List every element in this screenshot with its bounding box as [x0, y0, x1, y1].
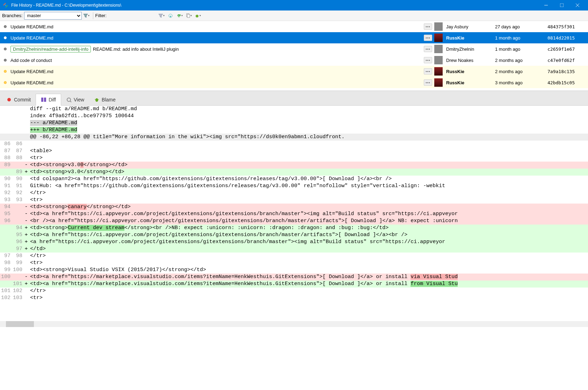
author: DmitryZhelnin — [446, 47, 495, 52]
more-button[interactable]: ••• — [424, 68, 432, 75]
author: Jay Asbury — [446, 24, 495, 29]
more-button[interactable]: ••• — [424, 23, 432, 30]
filter-funnel-icon[interactable]: ▾ — [83, 12, 90, 19]
diff-line: @@ -86,22 +86,28 @@ title="More informat… — [0, 134, 588, 141]
avatar — [434, 22, 443, 31]
diff-line: 89+ <td><strong>v3.0</strong></td> — [0, 169, 588, 176]
commit-date: 1 month ago — [495, 35, 547, 41]
avatar — [434, 78, 443, 87]
diff-line: 9292 </tr> — [0, 190, 588, 197]
commit-hash: c2659f1e67 — [547, 47, 586, 52]
diff-line: 101102 </tr> — [0, 288, 588, 295]
diff-line: 94+ <td><strong>Current dev stream</stro… — [0, 225, 588, 232]
diff-icon — [41, 97, 46, 102]
diff-line: 8686 — [0, 141, 588, 148]
copy-icon[interactable]: ▾ — [185, 12, 192, 19]
filter-label: Filter: — [95, 13, 107, 18]
diff-line: diff --git a/README.md b/README.md — [0, 106, 588, 113]
diff-viewer[interactable]: diff --git a/README.md b/README.md index… — [0, 106, 588, 321]
filter-input[interactable] — [108, 13, 157, 18]
diff-line: 89- <td><strong>v3.00</strong></td> — [0, 162, 588, 169]
commit-message: DmitryZhelnin/readme-add-intellij-infoRE… — [8, 46, 424, 52]
svg-rect-16 — [44, 98, 46, 102]
svg-point-6 — [170, 16, 171, 17]
commit-date: 27 days ago — [495, 24, 547, 29]
commit-row[interactable]: DmitryZhelnin/readme-add-intellij-infoRE… — [0, 43, 588, 55]
svg-point-0 — [5, 5, 6, 6]
view-icon — [66, 97, 72, 102]
commit-row[interactable]: Update README.md ••• RussKie 1 month ago… — [0, 32, 588, 43]
commit-message: Update README.md — [8, 24, 424, 29]
diff-line: 94- <td><strong>canary</strong></td> — [0, 204, 588, 211]
diff-line: 102103 <tr> — [0, 295, 588, 302]
tab-bar: CommitDiffViewBlame — [0, 91, 588, 106]
diff-line: index 4f9a62fd1..bce977975 100644 — [0, 113, 588, 120]
tab-blame[interactable]: Blame — [89, 94, 121, 105]
blame-icon — [94, 97, 100, 102]
diff-line: 9191 GitHub: <a href="https://github.com… — [0, 183, 588, 190]
maximize-button[interactable] — [554, 0, 569, 10]
commit-message: Add code of conduct — [8, 58, 424, 63]
commit-hash: 7a9a18c135 — [547, 69, 586, 74]
more-button[interactable]: ••• — [424, 57, 432, 63]
avatar — [434, 45, 443, 53]
commit-row[interactable]: Update README.md ••• RussKie 2 months ag… — [0, 66, 588, 77]
commit-row[interactable]: Update README.md ••• RussKie 3 months ag… — [0, 77, 588, 88]
commit-date: 3 months ago — [495, 80, 547, 85]
close-button[interactable] — [569, 0, 585, 10]
horizontal-scrollbar[interactable] — [0, 321, 588, 327]
diff-line: 96- <br /><a href="https://ci.appveyor.c… — [0, 218, 588, 225]
commit-history[interactable]: Update README.md ••• Jay Asbury 27 days … — [0, 21, 588, 91]
author: RussKie — [446, 80, 495, 85]
diff-line: 97+ </td> — [0, 246, 588, 253]
commit-icon — [6, 97, 12, 102]
commit-hash: 484375f301 — [547, 24, 586, 29]
window-title: File History - README.md - C:\Developmen… — [11, 3, 538, 8]
more-button[interactable]: ••• — [424, 79, 432, 86]
commit-message: Update README.md — [8, 69, 424, 74]
diff-line: 9899 <tr> — [0, 260, 588, 267]
diff-line: 101+ <td><a href="https://marketplace.vi… — [0, 281, 588, 288]
tab-commit[interactable]: Commit — [1, 94, 36, 105]
filter-apply-icon[interactable]: ▾ — [158, 12, 165, 19]
diff-line: +++ b/README.md — [0, 127, 588, 134]
app-icon — [3, 2, 8, 8]
titlebar: File History - README.md - C:\Developmen… — [0, 0, 588, 10]
author: RussKie — [446, 35, 495, 41]
author: Drew Noakes — [446, 58, 495, 63]
commit-date: 2 months ago — [495, 69, 547, 74]
graph-node — [3, 43, 8, 55]
tab-diff[interactable]: Diff — [36, 94, 61, 106]
commit-row[interactable]: Add code of conduct ••• Drew Noakes 2 mo… — [0, 55, 588, 66]
svg-point-17 — [67, 98, 71, 101]
svg-rect-8 — [187, 14, 190, 17]
branch-select[interactable]: master — [24, 12, 82, 20]
refresh-icon[interactable]: ▾ — [176, 12, 183, 19]
commit-hash: 0814d22015 — [547, 35, 586, 41]
diff-line: 9393 <tr> — [0, 197, 588, 204]
diff-line: 9090 <td colspan=2><a href="https://gith… — [0, 176, 588, 183]
diff-line: 95+ <td><a href="https://ci.appveyor.com… — [0, 232, 588, 239]
svg-point-14 — [7, 98, 11, 101]
diff-line: 8888 <tr> — [0, 155, 588, 162]
svg-point-9 — [196, 15, 198, 17]
avatar — [434, 56, 443, 64]
globe-icon[interactable] — [167, 12, 174, 19]
more-button[interactable]: ••• — [424, 35, 432, 41]
commit-date: 2 months ago — [495, 58, 547, 63]
diff-line: 99100 <td><strong>Visual Studio VSIX (20… — [0, 267, 588, 274]
diff-line: 95- <td><a href="https://ci.appveyor.com… — [0, 211, 588, 218]
graph-node — [3, 21, 8, 32]
commit-message: Update README.md — [8, 80, 424, 85]
svg-point-19 — [95, 98, 98, 102]
bug-icon[interactable]: ▾ — [194, 12, 201, 19]
graph-node — [3, 66, 8, 77]
tab-view[interactable]: View — [61, 94, 89, 105]
graph-node — [3, 55, 8, 66]
svg-rect-2 — [560, 3, 564, 7]
commit-row[interactable]: Update README.md ••• Jay Asbury 27 days … — [0, 21, 588, 32]
minimize-button[interactable] — [538, 0, 554, 10]
commit-message: Update README.md — [8, 35, 424, 41]
more-button[interactable]: ••• — [424, 46, 432, 52]
graph-node — [3, 32, 8, 43]
